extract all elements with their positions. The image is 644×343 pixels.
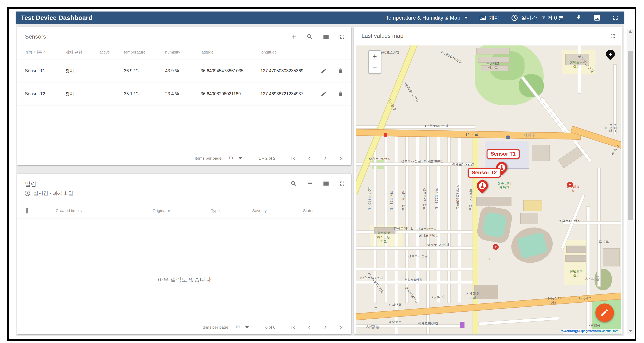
- street-label: 흥덕초등 학교: [570, 60, 583, 69]
- fullscreen-button[interactable]: [612, 14, 619, 22]
- first-page-button[interactable]: [290, 155, 296, 162]
- toolbar-actions: Temperature & Humidity & Map 개체 실시간 - 과거…: [386, 14, 619, 22]
- cluster-pin-icon[interactable]: +: [604, 48, 616, 60]
- add-entity-button[interactable]: [290, 34, 297, 40]
- powered-by-label: Powered by Thingsboard v.3.3.2: [560, 329, 609, 333]
- hospital-icon: +: [493, 244, 499, 250]
- column-active[interactable]: active: [99, 50, 124, 54]
- street-label: 전석로78번길: [424, 160, 444, 164]
- scroll-down-arrow[interactable]: [628, 330, 632, 332]
- street-label: 사직대로: [578, 296, 592, 301]
- column-entity-type[interactable]: 개체 유형: [65, 50, 99, 55]
- widget-fullscreen-icon[interactable]: [339, 180, 346, 187]
- hospital-icon: +: [567, 182, 573, 188]
- map-street: [458, 136, 461, 302]
- map-building: [532, 145, 550, 160]
- map-street: [521, 76, 573, 142]
- columns-icon[interactable]: [322, 34, 330, 40]
- delete-row-button[interactable]: [338, 91, 344, 97]
- street-label: 1순환로501번길: [440, 50, 463, 64]
- cell-temperature: 36.9 °C: [124, 68, 165, 74]
- sort-desc-icon: ↓: [80, 208, 82, 213]
- column-longitude[interactable]: longitude: [260, 50, 316, 54]
- map-building: [476, 197, 511, 206]
- column-status[interactable]: Status: [303, 208, 344, 213]
- edit-dashboard-fab[interactable]: [596, 304, 614, 322]
- prev-page-button[interactable]: [306, 324, 312, 330]
- filter-icon[interactable]: [306, 180, 313, 187]
- table-row[interactable]: Sensor T1 장치 36.9 °C 43.9 % 36.640945478…: [17, 60, 351, 82]
- next-page-button[interactable]: [322, 324, 329, 330]
- street-label: ←: [568, 296, 573, 302]
- widget-fullscreen-icon[interactable]: [339, 34, 346, 40]
- edit-row-button[interactable]: [321, 68, 327, 74]
- column-humidity[interactable]: humidity: [165, 50, 200, 54]
- street-label: 사북로: [609, 143, 620, 157]
- dashboard-area: Sensors 개체 이름↑ 개체 유형 active temperature …: [16, 24, 624, 336]
- alarms-timewindow[interactable]: 실시간 - 과거 1 일: [17, 188, 351, 197]
- last-page-button[interactable]: [338, 155, 345, 162]
- cell-entity-type: 장치: [65, 68, 99, 74]
- first-page-button[interactable]: [290, 324, 296, 330]
- timewindow-button[interactable]: 실시간 - 과거 0 분: [511, 14, 564, 22]
- column-latitude[interactable]: latitude: [200, 50, 260, 54]
- street-label: 예체로233번길: [469, 189, 473, 211]
- widget-fullscreen-icon[interactable]: [609, 32, 616, 40]
- street-label: 사직대로: [388, 302, 402, 308]
- map-street: [448, 136, 450, 302]
- street-label: 내수동로: [388, 320, 402, 324]
- column-originator[interactable]: Originator: [152, 208, 211, 213]
- entities-button[interactable]: 개체: [479, 14, 500, 22]
- select-all-checkbox[interactable]: [26, 208, 28, 214]
- map-building: [566, 256, 586, 261]
- sensor-marker-label: Sensor T2: [468, 168, 501, 178]
- next-page-button[interactable]: [322, 155, 329, 162]
- street-label: 시계탑오 거리: [466, 292, 479, 300]
- map-zoom-control: + −: [368, 50, 381, 74]
- state-selector-label: Temperature & Humidity & Map: [386, 15, 460, 21]
- delete-row-button[interactable]: [338, 68, 344, 74]
- bus-stop-icon: [384, 133, 387, 136]
- columns-icon[interactable]: [322, 180, 330, 187]
- zoom-out-button[interactable]: −: [369, 62, 381, 73]
- street-label: 금성백조 아파트: [486, 62, 500, 70]
- pencil-icon: [600, 308, 609, 317]
- page-scrollbar[interactable]: [627, 29, 634, 334]
- column-entity-name[interactable]: 개체 이름↑: [25, 50, 65, 55]
- search-icon[interactable]: [306, 34, 313, 40]
- alarms-pagination: Items per page: 10 0 of 0: [17, 320, 351, 334]
- download-button[interactable]: [575, 14, 582, 22]
- street-label: 전석로36번길: [419, 233, 438, 238]
- page-range-label: 1 – 2 of 2: [258, 156, 276, 160]
- alarms-widget: 알람 실시간 - 과거 1 일 Created time↓ Originator…: [17, 174, 351, 334]
- map-building: [567, 246, 586, 252]
- chevron-down-icon[interactable]: [245, 326, 249, 328]
- page-size-select[interactable]: 10: [233, 324, 242, 330]
- prev-page-button[interactable]: [306, 155, 312, 162]
- column-created-time[interactable]: Created time↓: [56, 208, 152, 213]
- leaflet-map[interactable]: + + + 1순환로512번길 1순환로501번길 금성백조 아파트 흥덕초등 …: [356, 46, 620, 334]
- column-temperature[interactable]: temperature: [124, 50, 165, 54]
- chevron-down-icon: [464, 17, 468, 19]
- street-label: 한벌초등 학교: [570, 270, 583, 278]
- cell-longitude: 127.47050303235369: [260, 68, 316, 74]
- zoom-in-button[interactable]: +: [369, 51, 381, 62]
- cell-humidity: 43.9 %: [165, 68, 200, 74]
- table-row[interactable]: Sensor T2 장치 35.1 °C 23.4 % 36.640082980…: [17, 82, 351, 106]
- street-label: 직지대로: [464, 132, 478, 137]
- street-label: 1순환로549번길: [424, 124, 448, 128]
- screenshot-button[interactable]: [593, 14, 601, 22]
- map-building: [603, 249, 620, 266]
- page-size-select[interactable]: 10: [226, 155, 235, 161]
- items-per-page-label: Items per page:: [195, 156, 223, 160]
- search-icon[interactable]: [290, 180, 297, 187]
- column-severity[interactable]: Severity: [252, 208, 303, 213]
- scrollbar-thumb[interactable]: [628, 52, 633, 220]
- edit-row-button[interactable]: [321, 91, 327, 97]
- last-page-button[interactable]: [338, 324, 345, 330]
- scroll-up-arrow[interactable]: [628, 30, 632, 33]
- dashboard-state-selector[interactable]: Temperature & Humidity & Map: [386, 15, 468, 21]
- chevron-down-icon[interactable]: [238, 157, 242, 160]
- column-type[interactable]: Type: [211, 208, 252, 213]
- map-street: [598, 168, 600, 286]
